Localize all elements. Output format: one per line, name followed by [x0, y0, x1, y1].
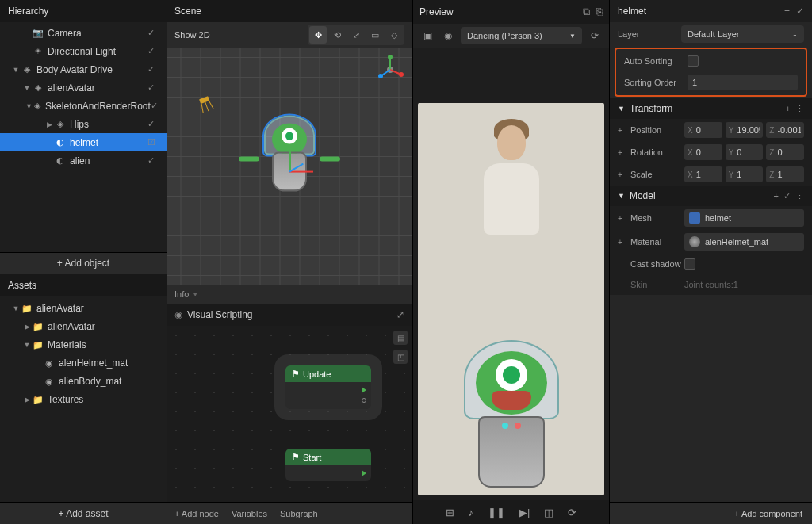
vs-layers-icon[interactable]: ▤ [393, 331, 408, 345]
tree-arrow-icon[interactable]: ▼ [22, 341, 32, 349]
mesh-reference[interactable]: helmet [684, 209, 804, 227]
model-section-header[interactable]: ▼Model +✓⋮ [610, 186, 812, 206]
hierarchy-item-camera[interactable]: 📷Camera✓ [0, 24, 167, 42]
output-port-icon[interactable] [362, 470, 366, 476]
expand-icon[interactable]: ⤢ [396, 309, 404, 320]
pause-icon[interactable]: ❚❚ [488, 507, 505, 518]
add-icon[interactable]: + [784, 6, 790, 17]
preview-viewport[interactable] [418, 103, 604, 495]
asset-item-alenhelmet_mat[interactable]: ◉alenHelmet_mat [0, 354, 167, 373]
tree-arrow-icon[interactable]: ▼ [22, 84, 32, 92]
add-asset-button[interactable]: + Add asset [0, 502, 167, 524]
subgraph-button[interactable]: Subgraph [280, 509, 318, 518]
transform-section-header[interactable]: ▼Transform +⋮ [610, 98, 812, 119]
position-y-input[interactable]: Y [726, 122, 764, 138]
eye-icon[interactable]: ◉ [174, 309, 182, 320]
hierarchy-item-helmet[interactable]: ◐helmet☑ [0, 133, 167, 151]
expand-icon[interactable]: + [618, 238, 627, 247]
grid-icon[interactable]: ⊞ [446, 507, 454, 518]
hierarchy-item-skeletonandrenderroot[interactable]: ▼◈SkeletonAndRenderRoot✓ [0, 97, 167, 115]
scale-z-input[interactable]: Z [766, 166, 804, 182]
tree-arrow-icon[interactable]: ▼ [25, 102, 33, 110]
rotation-x-input[interactable]: X [684, 144, 722, 160]
tree-arrow-icon[interactable]: ▶ [22, 323, 32, 331]
cast-shadow-checkbox[interactable] [684, 258, 695, 270]
output-port-icon[interactable] [362, 398, 366, 403]
rotate-preview-icon[interactable]: ⟳ [568, 507, 576, 518]
transform-tool-icon[interactable]: ◇ [385, 26, 403, 44]
preview-source-dropdown[interactable]: Dancing (Person 3) ▼ [461, 27, 582, 44]
show-2d-toggle[interactable]: Show 2D [174, 30, 210, 40]
visibility-toggle-icon[interactable]: ✓ [147, 28, 160, 38]
vs-fit-icon[interactable]: ◰ [393, 350, 408, 364]
rotate-tool-icon[interactable]: ⟲ [328, 26, 346, 44]
move-tool-icon[interactable]: ✥ [309, 26, 327, 44]
check-icon[interactable]: ✓ [783, 191, 791, 201]
tree-arrow-icon[interactable]: ▶ [22, 396, 32, 404]
asset-item-alienavatar[interactable]: ▼📁alienAvatar [0, 300, 167, 318]
position-x-input[interactable]: X [684, 122, 722, 138]
popout-icon[interactable]: ⧉ [583, 6, 590, 18]
rect-tool-icon[interactable]: ▭ [366, 26, 384, 44]
vs-node-header[interactable]: ⚑Start [285, 449, 371, 465]
expand-icon[interactable]: + [618, 126, 627, 135]
asset-item-materials[interactable]: ▼📁Materials [0, 336, 167, 354]
scale-y-input[interactable]: Y [726, 166, 764, 182]
vs-node-update[interactable]: ⚑Update [285, 365, 371, 409]
add-icon[interactable]: + [786, 104, 791, 114]
device-icon[interactable]: ▣ [419, 28, 435, 44]
position-z-input[interactable]: Z [766, 122, 804, 138]
assets-tree[interactable]: ▼📁alienAvatar▶📁alienAvatar▼📁Materials◉al… [0, 296, 167, 503]
visibility-toggle-icon[interactable]: ✓ [147, 119, 160, 129]
tiktok-icon[interactable]: ♪ [469, 507, 474, 518]
rotation-z-input[interactable]: Z [766, 144, 804, 160]
tree-arrow-icon[interactable]: ▼ [11, 304, 21, 312]
hierarchy-item-body-avatar-drive[interactable]: ▼◈Body Avatar Drive✓ [0, 60, 167, 78]
hierarchy-item-alienavatar[interactable]: ▼◈alienAvatar✓ [0, 78, 167, 97]
vs-node-start[interactable]: ⚑Start [285, 449, 371, 481]
hierarchy-tree[interactable]: 📷Camera✓☀Directional Light✓▼◈Body Avatar… [0, 22, 167, 252]
expand-icon[interactable]: + [618, 214, 627, 223]
crop-icon[interactable]: ◫ [544, 507, 553, 518]
scale-tool-icon[interactable]: ⤢ [347, 26, 365, 44]
scene-character[interactable] [258, 115, 321, 226]
tree-arrow-icon[interactable]: ▶ [44, 120, 54, 128]
material-reference[interactable]: alenHelmet_mat [684, 233, 804, 251]
add-icon[interactable]: + [774, 191, 779, 201]
record-icon[interactable]: ◉ [440, 28, 456, 44]
add-object-button[interactable]: + Add object [0, 252, 167, 274]
visual-scripting-canvas[interactable]: ▤ ◰ ⚑Update⚑Start [167, 326, 412, 502]
export-icon[interactable]: ⎘ [596, 6, 603, 18]
visibility-toggle-icon[interactable]: ✓ [147, 46, 160, 56]
hierarchy-item-hips[interactable]: ▶◈Hips✓ [0, 115, 167, 133]
orientation-gizmo-icon[interactable] [374, 54, 406, 86]
scene-info-bar[interactable]: Info ▼ [167, 285, 412, 304]
visibility-toggle-icon[interactable]: ✓ [151, 101, 160, 111]
hierarchy-item-alien[interactable]: ◐alien✓ [0, 151, 167, 170]
refresh-icon[interactable]: ⟳ [587, 28, 603, 44]
visibility-toggle-icon[interactable]: ✓ [147, 155, 160, 166]
object-name-input[interactable] [618, 6, 713, 17]
skip-icon[interactable]: ▶| [519, 507, 530, 518]
hierarchy-item-directional-light[interactable]: ☀Directional Light✓ [0, 42, 167, 60]
asset-item-alienavatar[interactable]: ▶📁alienAvatar [0, 318, 167, 336]
rotation-y-input[interactable]: Y [726, 144, 764, 160]
add-component-button[interactable]: + Add component [610, 502, 812, 524]
expand-icon[interactable]: + [618, 170, 627, 179]
scale-x-input[interactable]: X [684, 166, 722, 182]
visibility-toggle-icon[interactable]: ☑ [147, 137, 160, 147]
more-icon[interactable]: ⋮ [795, 104, 804, 114]
asset-item-textures[interactable]: ▶📁Textures [0, 391, 167, 409]
asset-item-alienbody_mat[interactable]: ◉alienBody_mat [0, 373, 167, 391]
sorting-order-input[interactable] [688, 75, 798, 90]
variables-button[interactable]: Variables [232, 509, 267, 518]
scene-viewport[interactable] [167, 48, 412, 285]
auto-sorting-checkbox[interactable] [688, 55, 699, 67]
expand-icon[interactable]: + [618, 148, 627, 157]
visible-check-icon[interactable]: ✓ [796, 6, 804, 17]
visibility-toggle-icon[interactable]: ✓ [147, 82, 160, 93]
add-node-button[interactable]: + Add node [174, 509, 219, 518]
more-icon[interactable]: ⋮ [795, 191, 804, 201]
visibility-toggle-icon[interactable]: ✓ [147, 64, 160, 75]
layer-select[interactable]: Default Layer ⌄ [681, 25, 804, 43]
